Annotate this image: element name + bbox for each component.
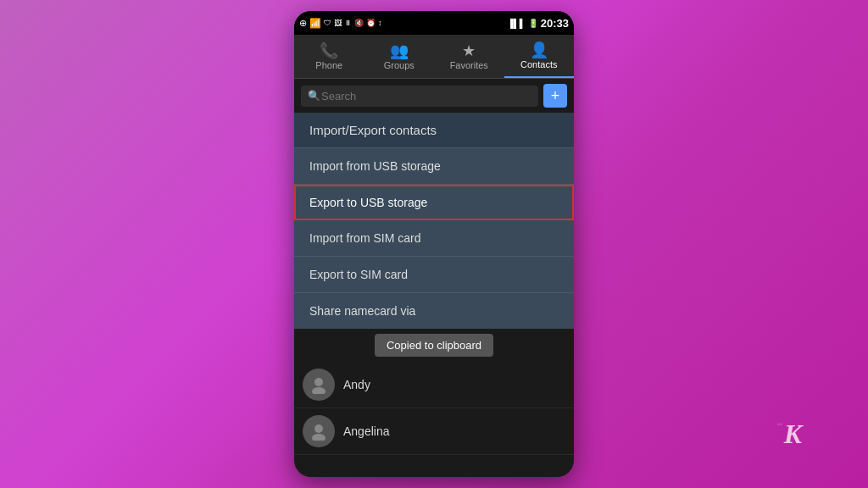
- search-input[interactable]: [301, 86, 538, 107]
- svg-point-0: [314, 378, 323, 386]
- add-contact-button[interactable]: +: [543, 84, 567, 108]
- status-icons-left: ⊕ 📶 🛡 🖼 ⏸ 🔇 ⏰ ↕: [299, 18, 382, 29]
- alarm-icon: ⏰: [366, 19, 376, 27]
- menu-item-import-usb[interactable]: Import from USB storage: [294, 148, 574, 185]
- battery-icon: 🔋: [528, 19, 538, 28]
- menu-header: Import/Export contacts: [294, 113, 574, 148]
- nav-tabs: 📞 Phone 👥 Groups ★ Favorites 👤 Contacts: [294, 35, 574, 79]
- search-wrapper: 🔍: [301, 86, 538, 107]
- sync-icon: ↕: [378, 19, 382, 27]
- contact-row-andy[interactable]: Andy: [294, 362, 574, 408]
- phone-frame: ⊕ 📶 🛡 🖼 ⏸ 🔇 ⏰ ↕ ▐▌▌ 🔋 20:33 📞 Phone 👥 Gr…: [294, 11, 574, 477]
- mute-icon: 🔇: [354, 19, 364, 27]
- tab-contacts[interactable]: 👤 Contacts: [504, 35, 575, 78]
- clipboard-toast: Copied to clipboard: [375, 334, 493, 357]
- status-bar: ⊕ 📶 🛡 🖼 ⏸ 🔇 ⏰ ↕ ▐▌▌ 🔋 20:33: [294, 11, 574, 35]
- tab-groups-label: Groups: [384, 60, 415, 70]
- menu-item-export-usb[interactable]: Export to USB storage: [294, 185, 574, 220]
- status-icons-right: ▐▌▌ 🔋 20:33: [507, 17, 569, 30]
- phone-icon: 📞: [320, 43, 338, 58]
- contact-avatar-andy: [303, 369, 335, 401]
- svg-point-1: [312, 387, 326, 394]
- image-icon: 🖼: [334, 19, 342, 27]
- dots-icon: ••: [777, 420, 782, 429]
- toast-container: Copied to clipboard: [294, 329, 574, 362]
- tab-contacts-label: Contacts: [520, 59, 557, 69]
- tab-phone[interactable]: 📞 Phone: [294, 35, 364, 78]
- pause-icon: ⏸: [344, 19, 352, 27]
- notification-icon: ⊕: [299, 18, 307, 29]
- svg-point-3: [312, 434, 326, 441]
- branding-area: •• K: [784, 419, 802, 450]
- menu-item-export-sim[interactable]: Export to SIM card: [294, 257, 574, 293]
- star-icon: ★: [462, 43, 476, 58]
- groups-icon: 👥: [390, 43, 409, 58]
- search-icon: 🔍: [308, 90, 320, 102]
- menu-item-share-namecard[interactable]: Share namecard via: [294, 293, 574, 329]
- shield-icon: 🛡: [324, 19, 331, 27]
- tab-phone-label: Phone: [315, 60, 342, 70]
- contacts-area: Copied to clipboard Andy Angelina: [294, 329, 574, 455]
- tab-favorites[interactable]: ★ Favorites: [434, 35, 504, 78]
- menu-item-import-sim[interactable]: Import from SIM card: [294, 220, 574, 257]
- tab-groups[interactable]: 👥 Groups: [364, 35, 435, 78]
- contact-row-angelina[interactable]: Angelina: [294, 408, 574, 455]
- wifi-icon: 📶: [309, 18, 321, 29]
- contacts-icon: 👤: [530, 42, 548, 58]
- contact-name-andy: Andy: [343, 378, 370, 391]
- dropdown-menu: Import/Export contacts Import from USB s…: [294, 113, 574, 329]
- search-bar: 🔍 +: [294, 79, 574, 113]
- tab-favorites-label: Favorites: [450, 60, 488, 70]
- svg-point-2: [314, 424, 323, 433]
- contact-name-angelina: Angelina: [343, 424, 390, 438]
- k-brand-logo: K: [784, 419, 802, 449]
- signal-icon: ▐▌▌: [507, 19, 525, 28]
- contact-avatar-angelina: [303, 415, 335, 447]
- time-display: 20:33: [541, 17, 569, 30]
